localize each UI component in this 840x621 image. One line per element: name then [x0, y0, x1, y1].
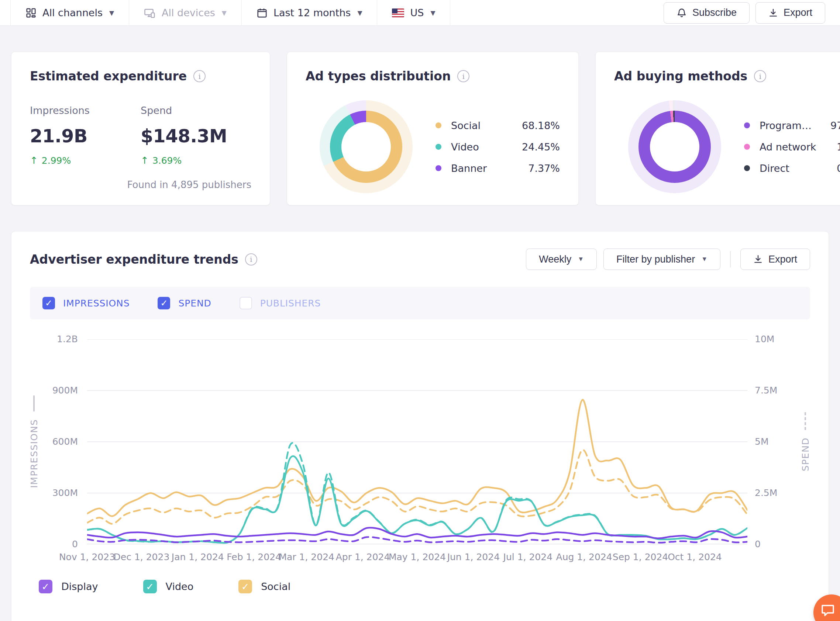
legend-row-direct[interactable]: Direct 0.69%	[744, 163, 840, 174]
legend-label: Display	[61, 581, 98, 592]
filter-by-publisher-dropdown[interactable]: Filter by publisher ▼	[603, 248, 720, 270]
legend-label: Video	[166, 581, 194, 592]
export-label: Export	[784, 7, 812, 18]
solid-line-marker-icon	[33, 395, 35, 412]
chevron-down-icon: ▼	[577, 256, 584, 263]
granularity-dropdown[interactable]: Weekly ▼	[526, 248, 597, 270]
card-title: Ad buying methods	[614, 69, 747, 83]
series-legend: ✓ Display ✓ Video ✓ Social	[30, 580, 810, 593]
legend-row-ad-network[interactable]: Ad network 1.32%	[744, 141, 840, 153]
country-filter-label: US	[410, 7, 424, 18]
filter-group: All channels ▼ All devices ▼ Last 12 mon…	[10, 0, 450, 26]
spend-toggle[interactable]: ✓ SPEND	[158, 297, 211, 309]
subscribe-label: Subscribe	[693, 7, 737, 18]
x-axis-label: May 1, 2024	[389, 552, 446, 562]
toggle-label: IMPRESSIONS	[63, 298, 129, 309]
chevron-down-icon: ▼	[222, 9, 226, 17]
legend-label: Direct	[759, 163, 828, 174]
trends-controls: Weekly ▼ Filter by publisher ▼ Export	[526, 248, 810, 270]
chevron-down-icon: ▼	[357, 9, 362, 17]
x-axis-label: Nov 1, 2023	[59, 552, 115, 562]
trend-chart: 1.2B 900M 600M 300M 0 10M 7.5M 5M 2.5M 0…	[30, 339, 810, 544]
info-icon[interactable]: i	[457, 70, 469, 82]
x-axis-label: Feb 1, 2024	[226, 552, 281, 562]
channels-filter[interactable]: All channels ▼	[10, 0, 129, 26]
plot-area[interactable]	[87, 339, 747, 544]
spend-metric: Spend $148.3M ↑ 3.69%	[141, 105, 251, 166]
legend-row-video[interactable]: Video 24.45%	[436, 141, 560, 153]
devices-filter[interactable]: All devices ▼	[129, 0, 242, 26]
spend-change: ↑ 3.69%	[141, 155, 251, 166]
topbar-actions: Subscribe Export	[664, 0, 825, 26]
legend-row-banner[interactable]: Banner 7.37%	[436, 163, 560, 174]
trend-lines-svg	[87, 339, 747, 544]
top-filter-bar: All channels ▼ All devices ▼ Last 12 mon…	[0, 0, 840, 26]
legend-row-social[interactable]: Social 68.18%	[436, 120, 560, 131]
ad-types-card: Ad types distribution i Social 68.18% Vi…	[287, 51, 579, 205]
legend-dot	[744, 144, 750, 150]
toggle-label: PUBLISHERS	[260, 298, 321, 309]
display-legend-toggle[interactable]: ✓ Display	[39, 580, 98, 593]
summary-cards: Estimated expenditure i Impressions 21.9…	[11, 51, 829, 205]
legend-label: Social	[261, 581, 290, 592]
devices-filter-label: All devices	[162, 7, 215, 18]
change-value: 2.99%	[42, 155, 71, 166]
ad-buying-methods-card: Ad buying methods i Program… 97.98% Ad n…	[595, 51, 840, 205]
impressions-metric: Impressions 21.9B ↑ 2.99%	[30, 105, 141, 166]
change-value: 3.69%	[152, 155, 182, 166]
checkbox-checked-icon: ✓	[39, 580, 52, 593]
devices-icon	[144, 8, 156, 18]
checkbox-checked-icon: ✓	[143, 580, 157, 593]
ad-buying-legend: Program… 97.98% Ad network 1.32% Direct …	[744, 120, 840, 174]
chat-icon	[819, 601, 836, 618]
info-icon[interactable]: i	[245, 253, 257, 265]
social-legend-toggle[interactable]: ✓ Social	[238, 580, 290, 593]
impressions-toggle[interactable]: ✓ IMPRESSIONS	[43, 297, 129, 309]
info-icon[interactable]: i	[193, 70, 205, 82]
checkbox-unchecked-icon	[240, 297, 252, 309]
publishers-toggle[interactable]: PUBLISHERS	[240, 297, 321, 309]
up-arrow-icon: ↑	[30, 155, 38, 166]
legend-label: Program…	[759, 120, 828, 131]
legend-value: 0.69%	[828, 163, 840, 174]
checkbox-checked-icon: ✓	[158, 297, 170, 309]
trends-export-label: Export	[769, 254, 797, 265]
legend-dot	[744, 123, 750, 128]
grid-icon	[26, 8, 36, 18]
divider	[730, 251, 731, 267]
metric-label: Impressions	[30, 105, 141, 116]
series-toggles: ✓ IMPRESSIONS ✓ SPEND PUBLISHERS	[30, 287, 810, 320]
legend-value: 68.18%	[519, 120, 560, 131]
country-filter[interactable]: US ▼	[377, 0, 450, 26]
export-button[interactable]: Export	[755, 2, 825, 24]
donut-hole	[342, 122, 391, 171]
filter-by-publisher-label: Filter by publisher	[616, 254, 695, 265]
x-axis-label: Apr 1, 2024	[336, 552, 390, 562]
metric-label: Spend	[141, 105, 251, 116]
right-axis-title: SPEND	[800, 339, 811, 544]
legend-dot	[436, 144, 441, 150]
us-flag-icon	[392, 9, 404, 17]
advertiser-expenditure-trends-card: Advertiser expenditure trends i Weekly ▼…	[11, 231, 829, 621]
chevron-down-icon: ▼	[109, 9, 114, 17]
info-icon[interactable]: i	[754, 70, 766, 82]
download-icon	[753, 254, 763, 264]
left-axis-title-text: IMPRESSIONS	[29, 419, 39, 488]
spend-value: $148.3M	[141, 126, 251, 147]
legend-dot	[744, 165, 750, 171]
legend-dot	[436, 123, 441, 128]
impressions-value: 21.9B	[30, 126, 141, 147]
metrics: Impressions 21.9B ↑ 2.99% Spend $148.3M …	[30, 105, 251, 166]
ad-buying-donut-chart	[628, 100, 721, 193]
legend-row-programmatic[interactable]: Program… 97.98%	[744, 120, 840, 131]
legend-label: Video	[451, 141, 519, 153]
ad-types-donut-chart	[320, 100, 413, 193]
granularity-value: Weekly	[539, 254, 571, 265]
trends-title: Advertiser expenditure trends	[30, 252, 238, 267]
trends-export-button[interactable]: Export	[740, 248, 810, 270]
date-range-label: Last 12 months	[273, 7, 351, 18]
video-legend-toggle[interactable]: ✓ Video	[143, 580, 194, 593]
left-axis-title: IMPRESSIONS	[29, 339, 39, 544]
subscribe-button[interactable]: Subscribe	[664, 2, 750, 24]
date-range-filter[interactable]: Last 12 months ▼	[242, 0, 377, 26]
